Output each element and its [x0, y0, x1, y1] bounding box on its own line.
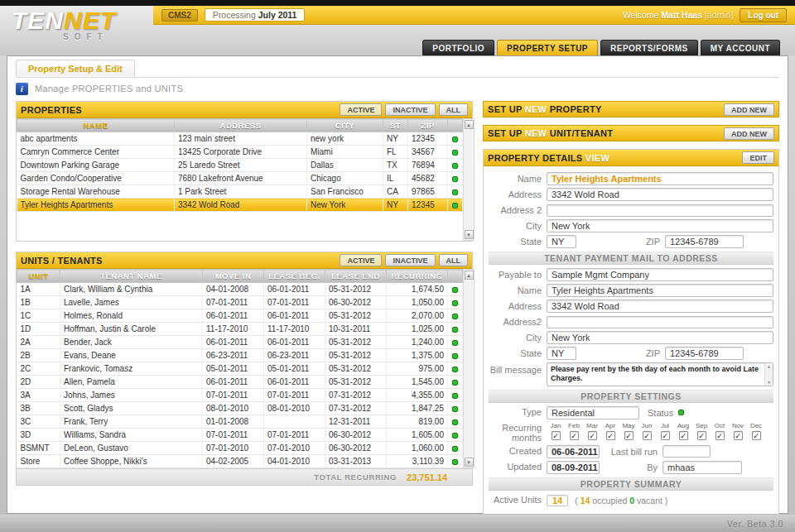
scroll-up-icon[interactable]: ▲	[767, 363, 771, 370]
scroll-down-icon[interactable]: ▼	[465, 230, 474, 239]
unit-tenant-row[interactable]: 1DHoffman, Justin & Carole11-17-201011-1…	[17, 323, 463, 336]
month-checkbox-checked[interactable]: ✓	[697, 431, 706, 440]
tab-portfolio[interactable]: PORTFOLIO	[422, 40, 494, 55]
property-row[interactable]: Storage Rental Warehouse1 Park StreetSan…	[17, 185, 463, 199]
units-scrollbar[interactable]: ▲ ▼	[463, 269, 475, 468]
month-checkbox-checked[interactable]: ✓	[679, 431, 688, 440]
move-in-date: 06-01-2011	[203, 376, 264, 389]
info-bar-text: Manage PROPERTIES and UNITS	[35, 84, 183, 93]
month-checkbox-checked[interactable]: ✓	[752, 431, 761, 440]
col-name[interactable]: NAME	[17, 119, 175, 132]
unit-tenant-row[interactable]: 3DWilliams, Sandra07-01-201107-01-201106…	[17, 429, 463, 442]
col-move-in[interactable]: MOVE IN	[203, 270, 264, 283]
unit-tenant-row[interactable]: 2DAllen, Pamela06-01-201106-01-201105-31…	[17, 376, 463, 389]
mail-state-label: State	[489, 349, 547, 358]
unit-tenant-row[interactable]: 3AJohns, James07-01-201107-01-201107-31-…	[17, 389, 463, 402]
units-filter-active[interactable]: ACTIVE	[340, 254, 382, 266]
month-sep: Sep✓	[692, 422, 711, 440]
unit-id: 2C	[17, 362, 60, 376]
active-status-dot	[452, 176, 458, 182]
tenant-name: Frankovic, Tomasz	[60, 362, 203, 376]
property-row[interactable]: Camryn Commerce Center13425 Corporate Dr…	[17, 146, 463, 159]
tab-reports-forms[interactable]: REPORTS/FORMS	[600, 40, 698, 55]
field-row-type-status: Type Residental Status	[489, 406, 773, 419]
occupied-count: 14	[581, 496, 590, 506]
properties-scrollbar[interactable]: ▲ ▼	[463, 118, 475, 241]
property-row[interactable]: Tyler Heights Apartments3342 Wold RoadNe…	[17, 199, 463, 212]
state-field: NY	[547, 235, 576, 248]
recurring-amount: 1,025.00	[387, 323, 448, 336]
month-checkbox-checked[interactable]: ✓	[552, 431, 561, 440]
scroll-down-icon[interactable]: ▼	[767, 379, 771, 386]
unit-tenant-row[interactable]: 1AClark, William & Cynthia04-01-200806-0…	[17, 283, 463, 296]
property-state: NY	[383, 132, 408, 146]
col-lease-end[interactable]: LEASE END	[325, 270, 387, 283]
unit-tenant-row[interactable]: StoreCoffee Shoppe, Nikki's04-02-200504-…	[17, 455, 463, 468]
unit-tenant-row[interactable]: 1BLavelle, James07-01-201107-01-201106-3…	[17, 296, 463, 309]
properties-filter-all[interactable]: ALL	[439, 103, 469, 116]
property-zip: 76894	[408, 159, 448, 172]
units-panel-title: UNITS / TENANTS	[21, 256, 103, 266]
units-filter-all[interactable]: ALL	[439, 254, 469, 266]
properties-filter-active[interactable]: ACTIVE	[340, 103, 382, 116]
month-checkbox-checked[interactable]: ✓	[661, 431, 670, 440]
footer: Ver. Beta 3.0	[0, 514, 795, 532]
unit-tenant-row[interactable]: 3BScott, Gladys08-01-201008-01-201007-31…	[17, 402, 463, 415]
col-tenant-name[interactable]: TENANT NAME	[60, 270, 203, 283]
scroll-up-icon[interactable]: ▲	[465, 271, 474, 280]
unit-tenant-row[interactable]: 2BEvans, Deane06-23-201106-23-201105-31-…	[17, 349, 463, 362]
field-row-mail-address2: Address2	[489, 315, 773, 328]
units-filter-inactive[interactable]: INACTIVE	[385, 254, 435, 266]
month-dec: Dec✓	[747, 422, 765, 440]
bill-message-scrollbar[interactable]: ▲ ▼	[764, 363, 773, 386]
type-field: Residental	[547, 406, 639, 419]
field-row-state-zip: State NY ZIP 12345-6789	[489, 235, 773, 248]
unit-tenant-row[interactable]: 2CFrankovic, Tomasz05-01-201105-01-20110…	[17, 362, 463, 376]
unit-tenant-row[interactable]: 3CFrank, Terry01-01-200812-31-2011819.00	[17, 415, 463, 429]
col-st[interactable]: ST	[383, 119, 408, 132]
unit-tenant-row[interactable]: 1CHolmes, Ronald06-01-201106-01-201105-3…	[17, 309, 463, 323]
welcome-label: Welcome	[623, 10, 659, 20]
scroll-up-icon[interactable]: ▲	[465, 120, 474, 129]
tab-my-account[interactable]: MY ACCOUNT	[701, 40, 780, 55]
lease-end-date: 06-30-2012	[325, 296, 387, 309]
col-recurring[interactable]: RECURRING	[387, 270, 448, 283]
logo-text-net: NET	[64, 7, 116, 34]
mail-address2-field	[547, 316, 773, 328]
unit-tenant-row[interactable]: BSMNTDeLeon, Gustavo07-01-201007-01-2010…	[17, 442, 463, 455]
properties-filter-inactive[interactable]: INACTIVE	[385, 103, 435, 116]
active-status-dot	[452, 163, 458, 169]
active-status-dot	[452, 459, 458, 465]
month-checkbox-checked[interactable]: ✓	[624, 431, 634, 440]
unit-tenant-row[interactable]: 2ABender, Jack06-01-201106-01-201105-31-…	[17, 336, 463, 349]
col-city[interactable]: CITY	[307, 119, 383, 132]
add-new-unit-button[interactable]: ADD NEW	[724, 127, 774, 140]
month-checkbox-checked[interactable]: ✓	[716, 431, 725, 440]
add-new-property-button[interactable]: ADD NEW	[724, 103, 774, 116]
logout-button[interactable]: Log out	[740, 8, 787, 22]
property-details-header: PROPERTY DETAILS VIEW EDIT	[484, 150, 778, 166]
scroll-down-icon[interactable]: ▼	[465, 458, 474, 467]
property-row[interactable]: Garden Condo/Cooperative7680 Lakefront A…	[17, 172, 463, 185]
property-row[interactable]: Downtown Parking Garage25 Laredo StreetD…	[17, 159, 463, 172]
total-recurring-bar: TOTAL RECURRING 23,751.14	[17, 468, 472, 485]
month-checkbox-checked[interactable]: ✓	[643, 431, 652, 440]
properties-panel: PROPERTIES ACTIVE INACTIVE ALL	[16, 101, 473, 242]
property-row[interactable]: abc apartments123 main streetnew yorkNY1…	[17, 132, 463, 146]
recurring-amount: 819.00	[387, 415, 448, 429]
edit-property-button[interactable]: EDIT	[742, 151, 774, 164]
month-checkbox-checked[interactable]: ✓	[570, 431, 579, 440]
col-zip[interactable]: ZIP	[408, 119, 448, 132]
lease-end-date: 03-31-2013	[325, 455, 387, 468]
month-checkbox-checked[interactable]: ✓	[606, 431, 615, 440]
month-jul: Jul✓	[656, 422, 674, 440]
col-address[interactable]: ADDRESS	[175, 119, 307, 132]
month-checkbox-checked[interactable]: ✓	[734, 431, 743, 440]
active-status-dot	[452, 380, 458, 386]
month-checkbox-checked[interactable]: ✓	[588, 431, 597, 440]
subtab-property-setup-edit[interactable]: Property Setup & Edit	[16, 60, 135, 77]
col-lease-beg[interactable]: LEASE BEG.	[264, 270, 325, 283]
tab-property-setup[interactable]: PROPERTY SETUP	[497, 40, 598, 55]
col-unit[interactable]: UNIT	[17, 270, 60, 283]
month-label: Sep	[692, 422, 711, 430]
